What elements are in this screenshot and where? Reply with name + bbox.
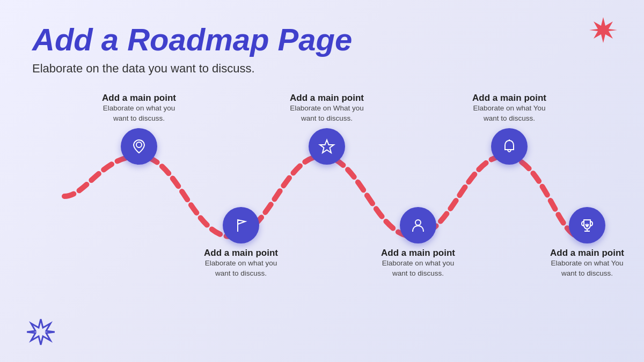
node-6-title: Add a main point	[544, 248, 630, 258]
node-3-circle	[309, 128, 345, 165]
svg-marker-0	[589, 17, 617, 43]
node-1-title: Add a main point	[96, 93, 182, 104]
page-title: Add a Roadmap Page	[32, 21, 612, 57]
node-5-title: Add a main point	[466, 93, 552, 104]
roadmap-area: Add a main point Elaborate on what youwa…	[32, 92, 612, 295]
node-2-circle	[223, 207, 259, 243]
node-5-desc: Elaborate on what Youwant to discuss.	[466, 104, 552, 124]
node-4-desc: Elaborate on what youwant to discuss.	[375, 258, 461, 279]
node-1: Add a main point Elaborate on what youwa…	[121, 128, 157, 165]
node-6-circle	[569, 207, 605, 243]
node-6: Add a main point Elaborate on what Youwa…	[569, 207, 605, 243]
node-1-circle	[121, 128, 157, 165]
svg-marker-4	[320, 140, 334, 153]
node-1-desc: Elaborate on what youwant to discuss.	[96, 104, 182, 124]
node-4: Add a main point Elaborate on what youwa…	[400, 207, 436, 243]
node-2-desc: Elaborate on what youwant to discuss.	[198, 258, 284, 279]
page-container: Add a Roadmap Page Elaborate on the data…	[0, 0, 644, 362]
node-3-desc: Elaborate on What youwant to discuss.	[284, 104, 370, 124]
bottom-left-decoration	[27, 318, 55, 346]
node-3: Add a main point Elaborate on What youwa…	[309, 128, 345, 165]
node-5-circle	[491, 128, 528, 165]
node-3-title: Add a main point	[284, 93, 370, 104]
node-6-desc: Elaborate on what Youwant to discuss.	[544, 258, 630, 279]
svg-point-2	[136, 142, 142, 147]
svg-marker-1	[27, 319, 55, 345]
svg-point-5	[415, 220, 421, 225]
page-subtitle: Elaborate on the data you want to discus…	[32, 62, 612, 76]
node-4-circle	[400, 207, 436, 243]
node-2-title: Add a main point	[198, 248, 284, 258]
node-4-title: Add a main point	[375, 248, 461, 258]
node-2: Add a main point Elaborate on what youwa…	[223, 207, 259, 243]
top-right-decoration	[589, 16, 617, 44]
node-5: Add a main point Elaborate on what Youwa…	[491, 128, 528, 165]
